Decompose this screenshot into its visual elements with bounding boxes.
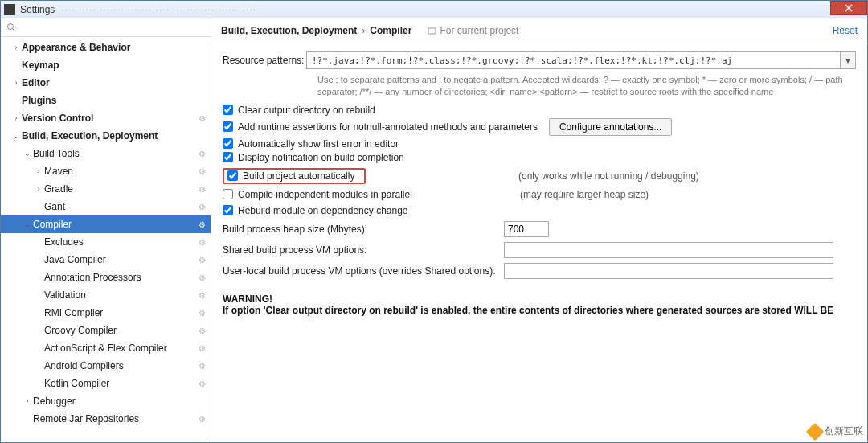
sidebar-item-label: RMI Compiler	[44, 307, 199, 318]
sidebar-item-keymap[interactable]: Keymap	[1, 56, 211, 74]
chk-runtime-assertions[interactable]: Add runtime assertions for notnull-annot…	[223, 118, 856, 136]
patterns-label: Resource patterns:	[223, 55, 306, 66]
chk-rebuild-box[interactable]	[223, 205, 233, 215]
sidebar-item-label: Maven	[44, 166, 199, 177]
patterns-hint: Use ; to separate patterns and ! to nega…	[223, 74, 856, 98]
sidebar-item-build-execution-deployment[interactable]: ⌄Build, Execution, Deployment	[1, 127, 211, 145]
expand-icon: ›	[33, 167, 44, 175]
sidebar-item-kotlin-compiler[interactable]: Kotlin Compiler⚙	[1, 375, 211, 392]
sidebar-item-debugger[interactable]: ›Debugger	[1, 392, 211, 410]
chk-clear-output-label: Clear output directory on rebuild	[238, 105, 375, 116]
sidebar-item-label: Editor	[22, 77, 206, 88]
main-panel: Build, Execution, Deployment › Compiler …	[211, 18, 867, 442]
sidebar-item-label: Build Tools	[33, 148, 199, 159]
shared-vm-input[interactable]	[504, 242, 833, 258]
content: Resource patterns: ▾ Use ; to separate p…	[211, 43, 867, 442]
shared-vm-label: Shared build process VM options:	[223, 244, 504, 256]
gear-icon: ⚙	[199, 326, 206, 335]
sidebar-item-validation[interactable]: Validation⚙	[1, 286, 211, 304]
sidebar-item-plugins[interactable]: Plugins	[1, 92, 211, 109]
chk-runtime-box[interactable]	[223, 121, 233, 132]
patterns-expand-button[interactable]: ▾	[840, 51, 856, 69]
gear-icon: ⚙	[199, 220, 206, 229]
sidebar-item-label: Kotlin Compiler	[44, 378, 199, 389]
expand-icon: ›	[10, 43, 22, 51]
chk-compile-parallel[interactable]: Compile independent modules in parallel	[223, 189, 520, 200]
sidebar-item-build-tools[interactable]: ⌄Build Tools⚙	[1, 145, 211, 162]
user-local-vm-input[interactable]	[504, 263, 833, 279]
menubar-blur: ···· ····· ······· ······· ···· ··· ····…	[61, 4, 256, 15]
sidebar-item-label: Compiler	[33, 219, 199, 230]
app-icon	[4, 4, 15, 15]
sidebar-item-android-compilers[interactable]: Android Compilers⚙	[1, 357, 211, 375]
chevron-right-icon: ›	[362, 25, 365, 36]
expand-icon: ⌄	[22, 220, 33, 228]
chk-build-auto-box[interactable]	[227, 170, 238, 181]
sidebar-item-editor[interactable]: ›Editor	[1, 74, 211, 92]
expand-icon: ›	[22, 397, 33, 405]
chk-auto-error-label: Automatically show first error in editor	[238, 138, 399, 150]
scope-label: For current project	[440, 25, 518, 36]
gear-icon: ⚙	[199, 309, 206, 318]
chk-rebuild-dependency[interactable]: Rebuild module on dependency change	[223, 205, 856, 216]
settings-tree: ›Appearance & BehaviorKeymap›EditorPlugi…	[1, 37, 211, 442]
sidebar-item-excludes[interactable]: Excludes⚙	[1, 233, 211, 251]
sidebar-item-label: ActionScript & Flex Compiler	[44, 343, 199, 354]
sidebar-item-label: Keymap	[22, 59, 206, 71]
sidebar-item-rmi-compiler[interactable]: RMI Compiler⚙	[1, 304, 211, 322]
chk-clear-output[interactable]: Clear output directory on rebuild	[223, 105, 856, 116]
search-icon	[6, 22, 17, 33]
sidebar-item-label: Java Compiler	[44, 254, 199, 265]
chk-build-auto-label: Build project automatically	[243, 170, 354, 182]
svg-point-2	[8, 24, 14, 30]
expand-icon: ›	[33, 185, 44, 193]
crumb-parent: Build, Execution, Deployment	[221, 25, 357, 36]
sidebar-item-compiler[interactable]: ⌄Compiler⚙	[1, 215, 211, 233]
sidebar-item-label: Version Control	[22, 113, 199, 124]
expand-icon: ›	[10, 79, 22, 87]
sidebar-item-label: Remote Jar Repositories	[33, 413, 199, 425]
chk-parallel-hint: (may require larger heap size)	[520, 189, 649, 200]
close-button[interactable]	[830, 1, 867, 15]
chk-display-notification[interactable]: Display notification on build completion	[223, 152, 856, 163]
sidebar-item-remote-jar-repositories[interactable]: Remote Jar Repositories⚙	[1, 410, 211, 428]
sidebar-item-label: Gant	[44, 201, 199, 212]
configure-annotations-button[interactable]: Configure annotations...	[549, 118, 672, 136]
sidebar-item-appearance-behavior[interactable]: ›Appearance & Behavior	[1, 39, 211, 56]
chk-auto-error-box[interactable]	[223, 138, 233, 149]
sidebar-item-java-compiler[interactable]: Java Compiler⚙	[1, 251, 211, 269]
sidebar-item-gant[interactable]: Gant⚙	[1, 198, 211, 215]
chk-parallel-box[interactable]	[223, 189, 233, 199]
project-icon	[428, 27, 436, 35]
chk-build-auto-hint: (only works while not running / debuggin…	[518, 170, 699, 182]
sidebar-item-version-control[interactable]: ›Version Control⚙	[1, 109, 211, 127]
sidebar-item-actionscript-flex-compiler[interactable]: ActionScript & Flex Compiler⚙	[1, 339, 211, 357]
gear-icon: ⚙	[199, 114, 206, 123]
sidebar-item-annotation-processors[interactable]: Annotation Processors⚙	[1, 269, 211, 286]
crumb-current: Compiler	[370, 25, 411, 36]
warning-block: WARNING! If option 'Clear output directo…	[223, 293, 856, 316]
gear-icon: ⚙	[199, 256, 206, 265]
sidebar: ›Appearance & BehaviorKeymap›EditorPlugi…	[1, 18, 211, 442]
sidebar-item-label: Debugger	[33, 396, 206, 407]
sidebar-item-label: Android Compilers	[44, 360, 199, 371]
heap-size-input[interactable]	[504, 221, 549, 237]
chk-build-auto[interactable]: Build project automatically	[223, 168, 366, 184]
sidebar-item-label: Annotation Processors	[44, 272, 199, 283]
chk-runtime-label: Add runtime assertions for notnull-annot…	[238, 121, 538, 133]
chk-auto-show-error[interactable]: Automatically show first error in editor	[223, 138, 856, 150]
reset-link[interactable]: Reset	[833, 25, 858, 36]
sidebar-item-label: Gradle	[44, 183, 199, 195]
sidebar-item-groovy-compiler[interactable]: Groovy Compiler⚙	[1, 322, 211, 339]
chk-clear-output-box[interactable]	[223, 105, 233, 115]
resource-patterns-input[interactable]	[306, 51, 841, 69]
gear-icon: ⚙	[199, 291, 206, 300]
search-input[interactable]	[20, 22, 206, 33]
breadcrumb: Build, Execution, Deployment › Compiler …	[211, 18, 867, 43]
titlebar: Settings ···· ····· ······· ······· ····…	[1, 1, 867, 18]
expand-icon: ⌄	[22, 150, 33, 158]
chk-notify-box[interactable]	[223, 152, 233, 162]
sidebar-item-maven[interactable]: ›Maven⚙	[1, 162, 211, 180]
sidebar-item-gradle[interactable]: ›Gradle⚙	[1, 180, 211, 198]
heap-size-label: Build process heap size (Mbytes):	[223, 224, 504, 235]
